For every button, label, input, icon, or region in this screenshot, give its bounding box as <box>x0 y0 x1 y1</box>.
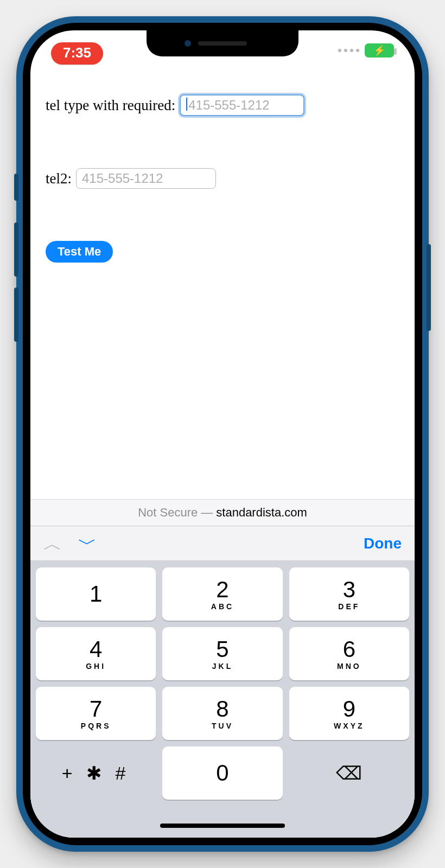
keypad-key-3[interactable]: 3DEF <box>289 567 409 621</box>
not-secure-label: Not Secure — <box>138 506 213 520</box>
keypad-digit: 7 <box>90 697 102 722</box>
keypad-symbols-key[interactable]: + ✱ # <box>36 746 156 800</box>
next-field-chevron-down-icon[interactable]: ﹀ <box>78 534 97 553</box>
test-me-button[interactable]: Test Me <box>46 241 113 263</box>
keypad-letters: PQRS <box>81 722 111 730</box>
battery-charging-icon: ⚡ <box>365 43 394 58</box>
keyboard-toolbar: ︿ ﹀ Done <box>30 526 415 561</box>
numeric-keypad: 12ABC3DEF4GHI5JKL6MNO7PQRS8TUV9WXYZ+ ✱ #… <box>30 561 415 838</box>
keypad-key-8[interactable]: 8TUV <box>162 687 282 740</box>
keypad-key-4[interactable]: 4GHI <box>36 627 156 680</box>
tel1-input[interactable] <box>180 94 304 116</box>
keypad-letters: MNO <box>337 662 361 671</box>
keyboard-done-button[interactable]: Done <box>364 535 402 552</box>
keypad-letters: WXYZ <box>334 722 364 730</box>
keypad-backspace-key[interactable]: ⌫ <box>289 746 409 800</box>
keypad-digit: 9 <box>343 697 355 722</box>
keypad-digit: 6 <box>343 637 355 662</box>
url-bar[interactable]: Not Secure — standardista.com <box>30 499 415 526</box>
keypad-digit: 4 <box>90 637 102 662</box>
keypad-key-5[interactable]: 5JKL <box>162 627 282 680</box>
home-indicator[interactable] <box>160 824 285 828</box>
text-caret <box>186 98 187 111</box>
symbols-label: + ✱ # <box>62 762 130 784</box>
keypad-letters: ABC <box>211 602 234 611</box>
keypad-letters: TUV <box>212 722 233 730</box>
keypad-key-9[interactable]: 9WXYZ <box>289 687 409 740</box>
keypad-key-6[interactable]: 6MNO <box>289 627 409 680</box>
keypad-letters: DEF <box>338 602 360 611</box>
keypad-digit: 1 <box>90 582 102 607</box>
keypad-digit: 2 <box>216 577 228 602</box>
tel2-input[interactable] <box>76 168 216 189</box>
page-content: tel type with required: tel2: Test Me <box>30 68 415 499</box>
keypad-letters: JKL <box>212 662 233 671</box>
keypad-key-7[interactable]: 7PQRS <box>36 687 156 740</box>
tel1-label: tel type with required: <box>46 97 175 114</box>
keypad-digit: 8 <box>216 697 228 722</box>
prev-field-chevron-up-icon: ︿ <box>43 534 62 553</box>
keypad-digit: 5 <box>216 637 228 662</box>
tel2-label: tel2: <box>46 170 72 187</box>
recording-time-pill[interactable]: 7:35 <box>51 42 103 65</box>
device-notch <box>147 30 298 56</box>
cellular-dots-icon <box>338 49 359 52</box>
keypad-key-1[interactable]: 1 <box>36 567 156 621</box>
backspace-icon: ⌫ <box>336 762 362 784</box>
keypad-digit: 0 <box>216 761 228 786</box>
keypad-letters: GHI <box>86 662 106 671</box>
keypad-key-2[interactable]: 2ABC <box>162 567 282 621</box>
keypad-key-0[interactable]: 0 <box>162 746 282 800</box>
url-domain: standardista.com <box>216 506 307 520</box>
keypad-digit: 3 <box>343 577 355 602</box>
